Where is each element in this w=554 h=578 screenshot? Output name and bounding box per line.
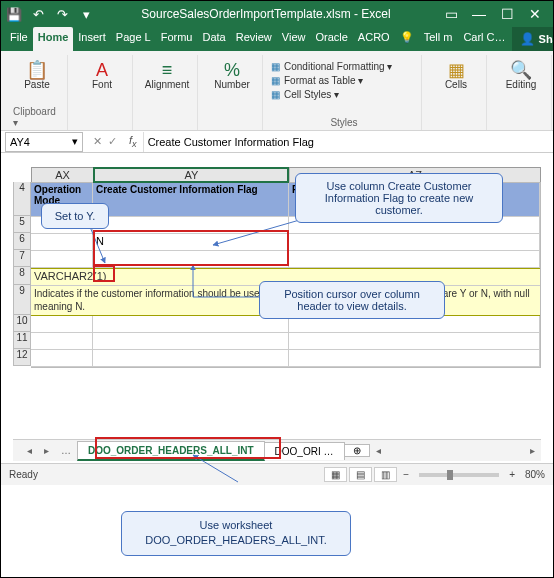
lightbulb-icon[interactable]: 💡: [395, 27, 419, 51]
quick-access-toolbar: 💾 ↶ ↷ ▾: [5, 7, 95, 22]
paste-label: Paste: [24, 79, 50, 90]
tab-file[interactable]: File: [5, 27, 33, 51]
row-headers: 4 5 6 7 8 9 10 11 12: [13, 182, 31, 368]
share-label: Share: [539, 33, 553, 45]
tab-insert[interactable]: Insert: [73, 27, 111, 51]
editing-label: Editing: [506, 79, 537, 90]
callout-set-to-y: Set to Y.: [41, 203, 109, 229]
view-page-break-icon[interactable]: ▥: [374, 467, 397, 482]
cell-ax6[interactable]: [31, 234, 93, 251]
view-normal-icon[interactable]: ▦: [324, 467, 347, 482]
styles-group-label: Styles: [330, 117, 357, 128]
tab-home[interactable]: Home: [33, 27, 74, 51]
ribbon-tabs: File Home Insert Page L Formu Data Revie…: [1, 27, 553, 51]
row-header-10[interactable]: 10: [13, 315, 31, 332]
font-button[interactable]: A Font: [78, 57, 126, 90]
zoom-slider[interactable]: [419, 473, 499, 477]
row-header-12[interactable]: 12: [13, 349, 31, 366]
format-as-table-button[interactable]: ▦Format as Table ▾: [271, 75, 363, 86]
redo-icon[interactable]: ↷: [53, 7, 71, 22]
cell-ay6[interactable]: N: [93, 234, 289, 251]
window-controls: ▭ — ☐ ✕: [437, 6, 549, 22]
ribbon-group-font: A Font: [72, 55, 133, 130]
enter-entry-icon[interactable]: ✓: [108, 135, 117, 148]
share-button[interactable]: 👤 Share: [512, 27, 553, 51]
row-header-4[interactable]: 4: [13, 182, 31, 216]
ribbon: 📋 Paste Clipboard ▾ A Font ≡ Alignment %…: [1, 51, 553, 131]
cancel-entry-icon[interactable]: ✕: [93, 135, 102, 148]
cell-az6[interactable]: [289, 234, 540, 251]
table-row: [31, 251, 540, 268]
ribbon-group-alignment: ≡ Alignment: [137, 55, 198, 130]
column-header-ay[interactable]: AY: [94, 168, 290, 182]
zoom-out-icon[interactable]: −: [399, 469, 413, 480]
row-header-5[interactable]: 5: [13, 216, 31, 233]
tab-review[interactable]: Review: [231, 27, 277, 51]
formula-input[interactable]: Create Customer Information Flag: [143, 132, 553, 152]
cell-ax7[interactable]: [31, 251, 93, 268]
cell-ay12[interactable]: [93, 350, 289, 367]
close-icon[interactable]: ✕: [521, 6, 549, 22]
tell-me[interactable]: Tell m: [419, 27, 458, 51]
alignment-button[interactable]: ≡ Alignment: [143, 57, 191, 90]
header-create-customer-flag[interactable]: Create Customer Information Flag: [93, 183, 289, 217]
sheet-scroll-left-icon[interactable]: ◂: [370, 445, 387, 456]
row-header-6[interactable]: 6: [13, 233, 31, 250]
sheet-scroll-right-icon[interactable]: ▸: [524, 445, 541, 456]
callout-use-column: Use column Create Customer Information F…: [295, 173, 503, 223]
minimize-icon[interactable]: —: [465, 6, 493, 22]
row-header-9[interactable]: 9: [13, 285, 31, 315]
new-sheet-icon[interactable]: ⊕: [344, 444, 370, 457]
sheet-nav-prev-icon[interactable]: ▸: [38, 445, 55, 456]
qat-dropdown-icon[interactable]: ▾: [77, 7, 95, 22]
cell-ax12[interactable]: [31, 350, 93, 367]
formula-bar-buttons: ✕ ✓: [87, 135, 123, 148]
number-button[interactable]: % Number: [208, 57, 256, 90]
cell-ay7[interactable]: [93, 251, 289, 268]
account-name[interactable]: Carl C…: [457, 27, 511, 51]
tab-formulas[interactable]: Formu: [156, 27, 198, 51]
row-header-8[interactable]: 8: [13, 267, 31, 285]
tab-data[interactable]: Data: [197, 27, 230, 51]
sheet-nav-first-icon[interactable]: ◂: [21, 445, 38, 456]
cell-az12[interactable]: [289, 350, 540, 367]
name-box[interactable]: AY4 ▾: [5, 132, 83, 152]
paste-button[interactable]: 📋 Paste: [13, 57, 61, 90]
row-header-7[interactable]: 7: [13, 250, 31, 267]
fx-icon[interactable]: fx: [123, 134, 143, 149]
sheet-tab-active[interactable]: DOO_ORDER_HEADERS_ALL_INT: [77, 441, 265, 461]
window-title: SourceSalesOrderImportTemplate.xlsm - Ex…: [95, 7, 437, 21]
view-page-layout-icon[interactable]: ▤: [349, 467, 372, 482]
conditional-formatting-button[interactable]: ▦Conditional Formatting ▾: [271, 61, 392, 72]
cell-ay11[interactable]: [93, 333, 289, 350]
cell-ax10[interactable]: [31, 316, 93, 333]
table-row: [31, 333, 540, 350]
zoom-in-icon[interactable]: +: [505, 469, 519, 480]
sheet-nav-more-icon[interactable]: …: [55, 445, 77, 456]
sheet-tab-next[interactable]: DOO_ORI …: [264, 442, 345, 460]
tab-oracle[interactable]: Oracle: [310, 27, 352, 51]
save-icon[interactable]: 💾: [5, 7, 23, 22]
maximize-icon[interactable]: ☐: [493, 6, 521, 22]
cell-ay10[interactable]: [93, 316, 289, 333]
row-header-11[interactable]: 11: [13, 332, 31, 349]
cell-ax11[interactable]: [31, 333, 93, 350]
editing-button[interactable]: 🔍 Editing: [497, 57, 545, 90]
name-box-dropdown-icon[interactable]: ▾: [72, 135, 78, 148]
undo-icon[interactable]: ↶: [29, 7, 47, 22]
cell-ay5[interactable]: Y: [93, 217, 289, 234]
column-header-ax[interactable]: AX: [32, 168, 94, 182]
tab-page-layout[interactable]: Page L: [111, 27, 156, 51]
cell-az11[interactable]: [289, 333, 540, 350]
tab-view[interactable]: View: [277, 27, 311, 51]
cell-az7[interactable]: [289, 251, 540, 268]
ribbon-options-icon[interactable]: ▭: [437, 6, 465, 22]
alignment-label: Alignment: [145, 79, 189, 90]
callout-use-worksheet: Use worksheet DOO_ORDER_HEADERS_ALL_INT.: [121, 511, 351, 556]
cell-styles-button[interactable]: ▦Cell Styles ▾: [271, 89, 339, 100]
font-icon: A: [96, 61, 108, 79]
zoom-level[interactable]: 80%: [519, 469, 545, 480]
cells-icon: ▦: [448, 61, 465, 79]
tab-acrobat[interactable]: ACRO: [353, 27, 395, 51]
cells-button[interactable]: ▦ Cells: [432, 57, 480, 90]
